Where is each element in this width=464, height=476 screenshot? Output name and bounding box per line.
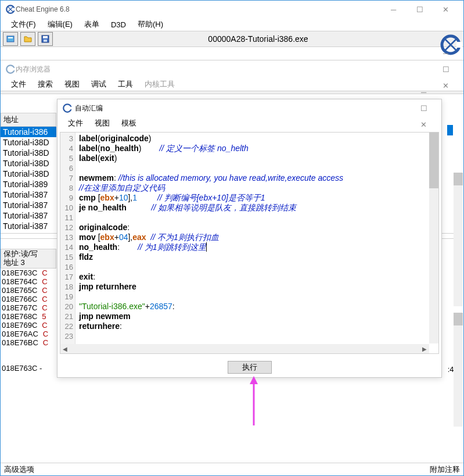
disasm-row[interactable]: Tutorial-i387 xyxy=(1,210,56,221)
mem-title: 内存浏览器 xyxy=(16,65,433,74)
menu-file[interactable]: 文件(F) xyxy=(5,18,42,31)
asm-menu-file[interactable]: 文件 xyxy=(62,117,89,130)
code-line[interactable]: //在这里添加自定义代码 xyxy=(79,183,435,193)
asm-close-button[interactable]: ✕ xyxy=(411,116,437,133)
svg-rect-5 xyxy=(43,36,48,38)
code-line[interactable] xyxy=(79,262,435,272)
open-file-button[interactable] xyxy=(20,32,35,46)
open-process-button[interactable] xyxy=(3,32,18,46)
asm-menu-view[interactable]: 视图 xyxy=(89,117,116,130)
asm-minimize-button[interactable]: ─ xyxy=(411,84,437,100)
mem-minimize-button[interactable]: ─ xyxy=(433,45,459,61)
menu-table[interactable]: 表单 xyxy=(78,18,105,31)
mem-separator xyxy=(1,91,463,94)
asm-menu-template[interactable]: 模板 xyxy=(116,117,142,130)
main-toolbar: 00000A28-Tutorial-i386.exe xyxy=(1,31,463,47)
code-line[interactable] xyxy=(79,213,435,223)
menu-d3d[interactable]: D3D xyxy=(105,19,132,30)
app-icon xyxy=(62,103,73,113)
disasm-row[interactable]: Tutorial-i387 xyxy=(1,221,56,231)
bottom-bar: 高级选项 附加注释 xyxy=(1,463,463,475)
scroll-left-icon[interactable]: ◀ xyxy=(60,344,70,353)
disasm-row[interactable]: Tutorial-i38D xyxy=(1,148,56,158)
disasm-row[interactable]: Tutorial-i389 xyxy=(1,179,56,189)
minimize-button[interactable]: ─ xyxy=(380,1,407,17)
mem-titlebar: 内存浏览器 ─ ☐ ✕ xyxy=(1,60,463,78)
hex-row[interactable]: 018E76AC C xyxy=(1,330,56,338)
close-button[interactable]: ✕ xyxy=(433,1,459,17)
mem-menu-search[interactable]: 搜索 xyxy=(32,78,59,91)
disasm-scrollbar[interactable] xyxy=(454,173,463,306)
protect-label: 保护:读/写 xyxy=(3,250,53,259)
disasm-address-column: 地址 Tutorial-i386Tutorial-i38DTutorial-i3… xyxy=(1,113,56,231)
code-editor[interactable]: 34567891011121314151617181920212223 labe… xyxy=(60,132,439,354)
line-gutter: 34567891011121314151617181920212223 xyxy=(60,133,75,353)
scroll-right-icon[interactable]: ▶ xyxy=(420,344,429,353)
code-line[interactable]: fldz xyxy=(79,252,435,262)
code-line[interactable] xyxy=(79,292,435,302)
code-line[interactable]: "Tutorial-i386.exe"+26857: xyxy=(79,302,435,312)
hex-row[interactable]: 018E767C C xyxy=(1,303,56,312)
svg-marker-14 xyxy=(250,376,258,384)
disasm-row[interactable]: Tutorial-i387 xyxy=(1,189,56,200)
menu-help[interactable]: 帮助(H) xyxy=(132,18,169,31)
address-column-header[interactable]: 地址 xyxy=(1,113,56,127)
code-line[interactable]: je no_health // 如果相等说明是队友，直接跳转到结束 xyxy=(79,203,435,213)
svg-rect-3 xyxy=(8,37,13,38)
annotation-arrow-icon xyxy=(248,376,260,428)
disasm-row[interactable]: Tutorial-i387 xyxy=(1,200,56,210)
code-vscrollbar[interactable] xyxy=(429,133,438,343)
app-icon xyxy=(5,4,16,15)
hex-row[interactable]: 018E765C C xyxy=(1,286,56,295)
mem-menubar: 文件 搜索 视图 调试 工具 内核工具 xyxy=(1,78,463,91)
hex-row[interactable]: 018E768C 5 xyxy=(1,312,56,321)
code-line[interactable] xyxy=(79,163,435,173)
code-line[interactable]: label(exit) xyxy=(79,153,435,163)
mem-menu-file[interactable]: 文件 xyxy=(5,78,32,91)
auto-assembler-window: 自动汇编 ─ ☐ ✕ 文件 视图 模板 34567891011121314151… xyxy=(57,99,442,378)
code-line[interactable] xyxy=(79,331,435,341)
code-body[interactable]: label(originalcode)label(no_health) // 定… xyxy=(75,133,438,353)
process-label: 00000A28-Tutorial-i386.exe xyxy=(55,34,461,44)
main-title: Cheat Engine 6.8 xyxy=(16,5,380,13)
app-icon xyxy=(5,64,16,74)
code-line[interactable]: mov [ebx+04],eax // 不为1则执行扣血 xyxy=(79,232,435,242)
hex-row[interactable]: 018E76BC C xyxy=(1,338,56,347)
code-line[interactable]: cmp [ebx+10],1 // 判断编号[ebx+10]是否等于1 xyxy=(79,193,435,203)
code-line[interactable]: returnhere: xyxy=(79,321,435,331)
asm-menubar: 文件 视图 模板 xyxy=(57,117,441,130)
code-line[interactable]: originalcode: xyxy=(79,223,435,232)
mem-menu-tools[interactable]: 工具 xyxy=(112,78,139,91)
disasm-row[interactable]: Tutorial-i38D xyxy=(1,169,56,179)
save-button[interactable] xyxy=(38,32,53,46)
code-hscrollbar[interactable]: ◀ ▶ xyxy=(60,344,429,353)
code-line[interactable]: label(originalcode) xyxy=(79,134,435,144)
code-line[interactable]: jmp returnhere xyxy=(79,282,435,292)
hex-row[interactable]: 018E766C C xyxy=(1,295,56,303)
code-line[interactable]: jmp newmem xyxy=(79,312,435,321)
menu-edit[interactable]: 编辑(E) xyxy=(42,18,78,31)
mem-menu-view[interactable]: 视图 xyxy=(59,78,85,91)
disasm-row[interactable]: Tutorial-i38D xyxy=(1,137,56,148)
mem-menu-debug[interactable]: 调试 xyxy=(85,78,112,91)
code-line[interactable]: newmem: //this is allocated memory, you … xyxy=(79,173,435,183)
code-line[interactable]: exit: xyxy=(79,272,435,282)
disasm-row[interactable]: Tutorial-i386 xyxy=(1,127,56,137)
asm-maximize-button[interactable]: ☐ xyxy=(411,100,437,116)
protect-header: 保护:读/写 地址 3 xyxy=(1,249,56,269)
hex-row[interactable]: 018E769C C xyxy=(1,321,56,330)
maximize-button[interactable]: ☐ xyxy=(407,1,433,17)
mem-maximize-button[interactable]: ☐ xyxy=(433,61,459,77)
hex-dump-column: 保护:读/写 地址 3 018E763C C018E764C C018E765C… xyxy=(1,249,56,347)
hex-row[interactable]: 018E764C C xyxy=(1,277,56,286)
code-line[interactable]: label(no_health) // 定义一个标签 no_helth xyxy=(79,144,435,153)
execute-button[interactable]: 执行 xyxy=(228,361,272,374)
disasm-row[interactable]: Tutorial-i38D xyxy=(1,158,56,169)
selection-marker xyxy=(447,125,453,135)
add-comment-link[interactable]: 附加注释 xyxy=(430,464,460,475)
mem-menu-kernel[interactable]: 内核工具 xyxy=(139,78,181,91)
hex-row[interactable]: 018E763C C xyxy=(1,269,56,277)
hex-scrollbar[interactable] xyxy=(454,313,463,427)
advanced-options-link[interactable]: 高级选项 xyxy=(4,464,34,475)
code-line[interactable]: no_health: // 为1则跳转到这里 xyxy=(79,242,435,252)
